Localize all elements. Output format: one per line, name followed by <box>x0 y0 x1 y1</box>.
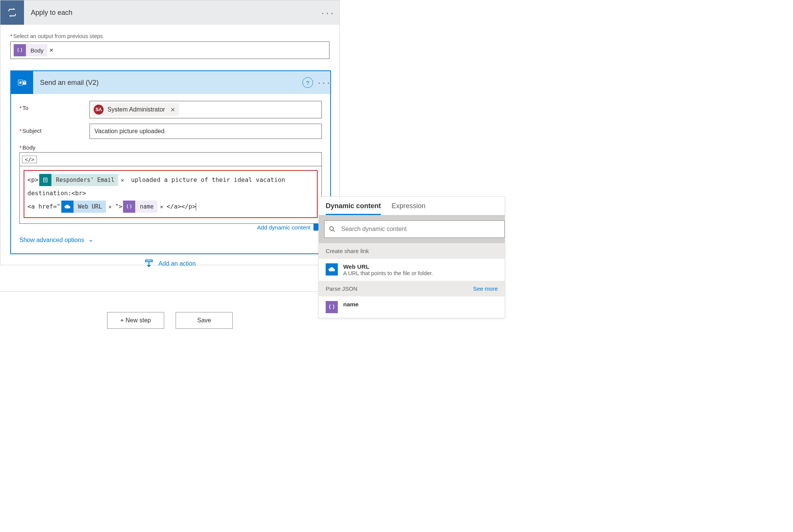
tab-dynamic-content[interactable]: Dynamic content <box>326 202 381 215</box>
code-braces-icon <box>14 44 26 56</box>
dyn-item-name[interactable]: name <box>319 296 505 318</box>
send-email-title: Send an email (V2) <box>33 79 302 87</box>
send-email-card: Send an email (V2) ? *To SA System Admin… <box>10 70 331 254</box>
body-label: *Body <box>19 144 322 151</box>
chevron-down-icon <box>88 236 94 244</box>
avatar: SA <box>94 105 104 115</box>
svg-rect-7 <box>44 180 46 180</box>
body-editor[interactable]: <p> Responders' Email uploaded a picture… <box>19 166 322 224</box>
recipient-name: System Administrator <box>107 106 165 113</box>
add-dynamic-content-link[interactable]: Add dynamic content <box>257 224 310 231</box>
code-braces-icon <box>326 301 338 313</box>
weburl-remove[interactable] <box>106 200 114 213</box>
add-an-action[interactable]: Add an action <box>0 259 340 269</box>
to-input[interactable]: SA System Administrator ✕ <box>90 101 322 118</box>
to-label: *To <box>19 101 90 111</box>
responders-email-token[interactable]: Responders' Email <box>39 174 127 186</box>
subject-input[interactable]: Vacation picture uploaded <box>90 124 322 139</box>
responders-email-remove[interactable] <box>118 174 126 186</box>
body-html-content: <p> Responders' Email uploaded a picture… <box>24 170 318 218</box>
svg-rect-6 <box>44 179 46 179</box>
svg-rect-8 <box>145 260 152 261</box>
insert-step-icon <box>144 259 154 269</box>
dynamic-content-search[interactable] <box>324 220 505 238</box>
dynamic-content-search-input[interactable] <box>341 225 500 233</box>
apply-to-each-card: Apply to each *Select an output from pre… <box>0 0 340 265</box>
recipient-chip[interactable]: SA System Administrator ✕ <box>92 103 179 116</box>
svg-point-2 <box>19 81 22 84</box>
cloud-icon <box>326 263 338 276</box>
search-icon <box>328 225 336 233</box>
dynamic-content-panel: Dynamic content Expression Create share … <box>318 196 505 318</box>
send-email-menu-button[interactable] <box>318 80 330 86</box>
tab-expression[interactable]: Expression <box>392 202 425 215</box>
code-braces-icon <box>123 201 135 213</box>
section-create-share-link: Create share link <box>319 243 505 259</box>
new-step-button[interactable]: + New step <box>107 312 164 329</box>
weburl-token[interactable]: Web URL <box>61 201 114 213</box>
dyn-item-web-url[interactable]: Web URL A URL that points to the file or… <box>319 259 505 281</box>
forms-icon <box>39 174 51 186</box>
name-remove[interactable] <box>157 200 166 213</box>
cloud-icon <box>61 201 74 213</box>
apply-to-each-menu-button[interactable] <box>317 9 339 17</box>
output-from-previous-label: *Select an output from previous steps <box>10 33 329 39</box>
recipient-remove[interactable]: ✕ <box>170 106 175 113</box>
apply-to-each-header[interactable]: Apply to each <box>0 0 339 25</box>
see-more-link[interactable]: See more <box>473 285 498 292</box>
svg-point-9 <box>329 226 333 230</box>
output-from-previous-input[interactable]: Body <box>10 41 329 59</box>
name-token[interactable]: name <box>123 201 166 213</box>
show-advanced-options[interactable]: Show advanced options <box>19 236 322 244</box>
body-toolbar: </> <box>19 152 322 166</box>
help-icon[interactable]: ? <box>302 77 313 88</box>
section-parse-json: Parse JSON See more <box>319 281 505 296</box>
divider <box>0 291 340 292</box>
body-token[interactable]: Body <box>14 44 56 56</box>
body-token-remove[interactable] <box>47 47 56 53</box>
code-view-toggle[interactable]: </> <box>22 156 37 163</box>
save-button[interactable]: Save <box>176 312 233 329</box>
loop-icon <box>0 0 24 25</box>
outlook-icon <box>11 71 33 94</box>
send-email-header[interactable]: Send an email (V2) ? <box>11 71 330 94</box>
subject-label: *Subject <box>19 124 90 134</box>
apply-to-each-title: Apply to each <box>24 9 317 17</box>
